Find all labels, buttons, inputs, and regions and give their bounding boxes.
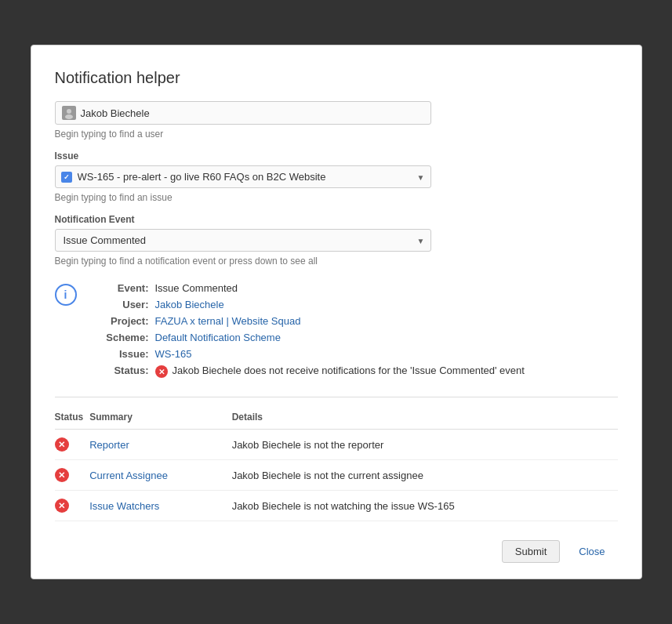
info-project-row: Project: FAZUA x ternal | Website Squad bbox=[93, 315, 618, 327]
project-value[interactable]: FAZUA x ternal | Website Squad bbox=[155, 315, 301, 327]
info-scheme-row: Scheme: Default Notification Scheme bbox=[93, 332, 618, 343]
close-button[interactable]: Close bbox=[566, 540, 617, 563]
dialog-title: Notification helper bbox=[55, 69, 618, 87]
status-value: Jakob Biechele does not receive notifica… bbox=[173, 365, 525, 376]
issue-value[interactable]: WS-165 bbox=[155, 348, 192, 360]
user-name-label: Jakob Biechele bbox=[81, 107, 150, 119]
table-divider bbox=[55, 397, 618, 397]
svg-point-2 bbox=[65, 114, 73, 119]
col-summary: Summary bbox=[89, 407, 231, 430]
info-section: i Event: Issue Commented User: Jakob Bie… bbox=[55, 282, 618, 383]
status-key: Status: bbox=[93, 365, 155, 376]
issue-hint: Begin typing to find an issue bbox=[55, 192, 618, 203]
notification-event-select[interactable]: Issue Commented bbox=[55, 229, 431, 252]
scheme-value[interactable]: Default Notification Scheme bbox=[155, 332, 281, 343]
info-user-row: User: Jakob Biechele bbox=[93, 299, 618, 310]
notification-event-hint: Begin typing to find a notification even… bbox=[55, 256, 618, 267]
user-key: User: bbox=[93, 299, 155, 310]
info-event-row: Event: Issue Commented bbox=[93, 282, 618, 294]
issue-select[interactable]: WS-165 - pre-alert - go live R60 FAQs on… bbox=[55, 165, 431, 188]
row-summary[interactable]: Current Assignee bbox=[89, 460, 231, 491]
info-issue-row: Issue: WS-165 bbox=[93, 348, 618, 360]
row-details: Jakob Biechele is not the current assign… bbox=[232, 460, 618, 491]
notification-event-label: Notification Event bbox=[55, 214, 618, 225]
results-table: Status Summary Details ✕ Reporter Jakob … bbox=[55, 407, 618, 521]
project-key: Project: bbox=[93, 315, 155, 327]
issue-key: Issue: bbox=[93, 348, 155, 360]
submit-button[interactable]: Submit bbox=[502, 540, 560, 563]
row-summary[interactable]: Reporter bbox=[89, 430, 231, 460]
svg-point-1 bbox=[67, 109, 71, 114]
row-error-icon: ✕ bbox=[55, 499, 69, 513]
event-key: Event: bbox=[93, 282, 155, 294]
user-avatar bbox=[62, 106, 76, 120]
col-details: Details bbox=[232, 407, 618, 430]
issue-checkbox-icon: ✓ bbox=[61, 172, 72, 183]
user-input-wrapper[interactable]: Jakob Biechele bbox=[55, 101, 431, 125]
row-status-cell: ✕ bbox=[55, 430, 90, 460]
status-error-icon: ✕ bbox=[155, 365, 168, 378]
user-hint: Begin typing to find a user bbox=[55, 129, 618, 140]
issue-label: Issue bbox=[55, 151, 618, 161]
row-details: Jakob Biechele is not watching the issue… bbox=[232, 491, 618, 521]
info-table: Event: Issue Commented User: Jakob Biech… bbox=[93, 282, 618, 383]
user-value[interactable]: Jakob Biechele bbox=[155, 299, 224, 310]
info-icon: i bbox=[55, 284, 77, 306]
notification-helper-dialog: Notification helper Jakob Biechele Begin… bbox=[31, 45, 642, 579]
col-status: Status bbox=[55, 407, 90, 430]
notification-event-select-wrapper[interactable]: Issue Commented ▼ bbox=[55, 229, 431, 252]
row-summary[interactable]: Issue Watchers bbox=[89, 491, 231, 521]
row-status-cell: ✕ bbox=[55, 491, 90, 521]
row-status-cell: ✕ bbox=[55, 460, 90, 491]
row-error-icon: ✕ bbox=[55, 437, 69, 452]
footer-buttons: Submit Close bbox=[55, 540, 618, 563]
scheme-key: Scheme: bbox=[93, 332, 155, 343]
info-status-row: Status: ✕ Jakob Biechele does not receiv… bbox=[93, 365, 618, 378]
table-row: ✕ Issue Watchers Jakob Biechele is not w… bbox=[55, 491, 618, 521]
table-row: ✕ Reporter Jakob Biechele is not the rep… bbox=[55, 430, 618, 460]
row-details: Jakob Biechele is not the reporter bbox=[232, 430, 618, 460]
row-error-icon: ✕ bbox=[55, 468, 69, 482]
status-error-row: ✕ Jakob Biechele does not receive notifi… bbox=[155, 365, 525, 378]
event-value: Issue Commented bbox=[155, 282, 238, 294]
issue-select-wrapper[interactable]: ✓ WS-165 - pre-alert - go live R60 FAQs … bbox=[55, 165, 431, 188]
table-row: ✕ Current Assignee Jakob Biechele is not… bbox=[55, 460, 618, 491]
